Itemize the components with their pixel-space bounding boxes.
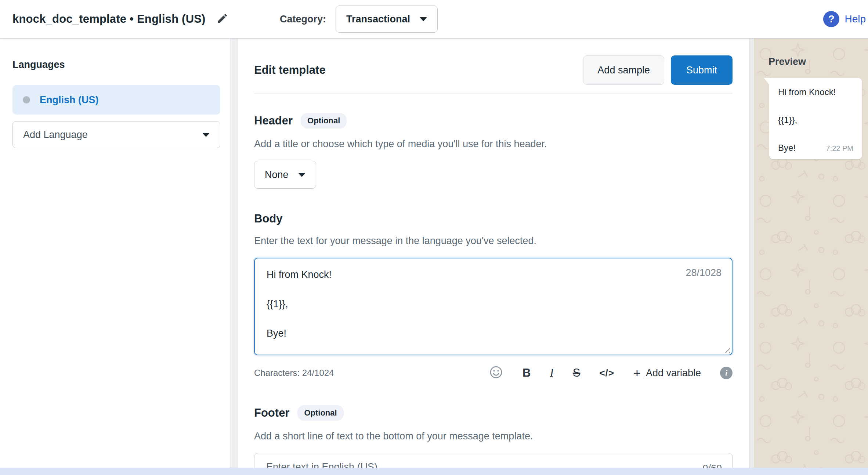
- smiley-icon: [489, 365, 503, 381]
- message-timestamp: 7:22 PM: [826, 144, 853, 153]
- body-section-description: Enter the text for your message in the l…: [254, 235, 733, 247]
- add-variable-label: Add variable: [646, 367, 701, 379]
- right-scrollbar-gutter: [749, 39, 754, 475]
- chevron-down-icon: [420, 17, 427, 21]
- add-language-dropdown[interactable]: Add Language: [12, 121, 220, 148]
- edit-title-button[interactable]: [217, 12, 228, 26]
- info-icon[interactable]: i: [720, 367, 733, 379]
- preview-heading: Preview: [768, 56, 868, 68]
- languages-sidebar: Languages English (US) Add Language: [0, 39, 230, 475]
- footer-section-description: Add a short line of text to the bottom o…: [254, 430, 733, 442]
- submit-button[interactable]: Submit: [671, 55, 733, 85]
- message-bubble: Hi from Knock! {{1}}, Bye! 7:22 PM: [769, 78, 862, 159]
- pencil-icon: [217, 12, 228, 26]
- chevron-down-icon: [202, 133, 210, 137]
- help-label: Help: [845, 13, 866, 25]
- italic-button[interactable]: I: [550, 366, 553, 380]
- add-language-label: Add Language: [23, 129, 88, 141]
- optional-badge: Optional: [301, 113, 347, 128]
- optional-badge: Optional: [297, 405, 343, 421]
- category-label: Category:: [280, 14, 326, 25]
- header-section-description: Add a title or choose which type of medi…: [254, 138, 733, 150]
- plus-icon: +: [633, 367, 641, 379]
- category-dropdown[interactable]: Transactional: [336, 6, 438, 33]
- characters-count-label: Characters: 24/1024: [254, 368, 489, 378]
- whatsapp-template-editor: knock_doc_template • English (US) Catego…: [0, 0, 868, 475]
- page-title: Edit template: [254, 64, 583, 77]
- bubble-line: Bye!: [778, 142, 796, 153]
- header-section-title: Header: [254, 114, 293, 127]
- bubble-line: {{1}},: [778, 115, 853, 126]
- body-section-title: Body: [254, 212, 283, 225]
- edit-template-header-row: Edit template Add sample Submit: [254, 55, 733, 85]
- chevron-down-icon: [298, 173, 305, 177]
- top-bar: knock_doc_template • English (US) Catego…: [0, 0, 868, 39]
- help-icon: ?: [823, 11, 839, 27]
- body-section: Body Enter the text for your message in …: [254, 212, 733, 381]
- left-scrollbar-gutter: [230, 39, 238, 475]
- strikethrough-button[interactable]: S: [573, 366, 581, 380]
- header-media-value: None: [265, 169, 289, 181]
- edit-template-panel: Edit template Add sample Submit Header O…: [238, 39, 749, 475]
- header-section: Header Optional Add a title or choose wh…: [254, 113, 733, 189]
- category-value: Transactional: [346, 14, 410, 25]
- add-sample-button[interactable]: Add sample: [583, 55, 664, 85]
- help-link[interactable]: ? Help: [823, 11, 866, 27]
- language-label: English (US): [40, 94, 99, 106]
- bubble-line: Hi from Knock!: [778, 87, 853, 98]
- bottom-strip: [0, 468, 868, 475]
- template-title: knock_doc_template • English (US): [12, 12, 206, 26]
- bold-button[interactable]: B: [522, 366, 531, 380]
- body-char-counter: 28/1028: [686, 267, 721, 279]
- divider: [254, 94, 733, 94]
- footer-section-title: Footer: [254, 406, 289, 420]
- code-button[interactable]: </>: [599, 367, 614, 379]
- category-group: Category: Transactional: [280, 6, 438, 33]
- body-toolbar: Characters: 24/1024 B I: [254, 365, 733, 381]
- languages-heading: Languages: [12, 59, 220, 70]
- body-textarea[interactable]: Hi from Knock! {{1}}, Bye!: [255, 258, 732, 355]
- language-status-dot: [23, 96, 30, 104]
- preview-panel: Preview Hi from Knock! {{1}}, Bye! 7:22 …: [754, 39, 868, 475]
- body-textarea-container: Hi from Knock! {{1}}, Bye! 28/1028: [254, 258, 733, 355]
- emoji-button[interactable]: [489, 365, 503, 381]
- footer-section: Footer Optional Add a short line of text…: [254, 405, 733, 475]
- sidebar-item-english-us[interactable]: English (US): [12, 85, 220, 115]
- add-variable-button[interactable]: + Add variable: [633, 367, 701, 379]
- header-media-dropdown[interactable]: None: [254, 161, 316, 189]
